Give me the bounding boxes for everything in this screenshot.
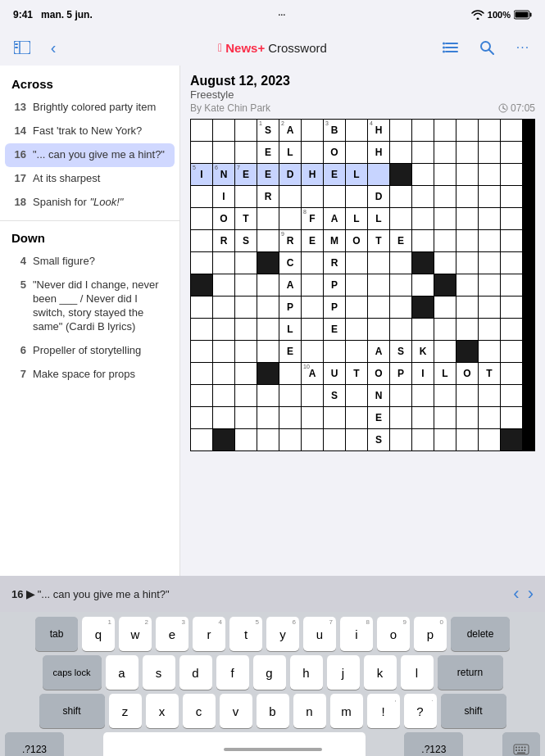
cell[interactable]	[412, 407, 434, 428]
cell[interactable]	[501, 274, 522, 296]
cell[interactable]	[302, 274, 323, 296]
cell[interactable]: P	[390, 363, 411, 384]
cell[interactable]	[456, 297, 478, 318]
cell[interactable]	[479, 319, 500, 340]
cell[interactable]	[479, 407, 500, 428]
cell[interactable]	[346, 252, 367, 274]
next-clue-button[interactable]: ›	[528, 583, 534, 604]
cell[interactable]	[412, 297, 434, 318]
cell[interactable]	[479, 341, 500, 362]
z-key[interactable]: z	[109, 694, 142, 728]
cell[interactable]	[279, 363, 301, 384]
cell[interactable]	[390, 297, 411, 318]
cell[interactable]	[213, 252, 234, 274]
cell[interactable]	[346, 319, 367, 340]
cell[interactable]	[368, 252, 389, 274]
cell[interactable]	[390, 142, 411, 163]
space-key[interactable]	[103, 732, 366, 756]
cell[interactable]	[235, 363, 257, 384]
cell[interactable]	[346, 186, 367, 207]
cell[interactable]	[434, 274, 456, 296]
d-key[interactable]: d	[179, 655, 212, 690]
cell[interactable]	[434, 230, 456, 251]
capslock-key[interactable]: caps lock	[43, 655, 102, 690]
cell[interactable]	[213, 429, 234, 450]
cell[interactable]	[456, 208, 478, 229]
cell[interactable]	[368, 319, 389, 340]
a-key[interactable]: a	[106, 655, 139, 690]
cell[interactable]	[456, 429, 478, 450]
cell[interactable]	[412, 319, 434, 340]
cell[interactable]: A	[324, 208, 345, 229]
c-key[interactable]: c	[183, 694, 216, 728]
cell[interactable]	[191, 142, 212, 163]
prev-clue-button[interactable]: ‹	[513, 583, 519, 604]
cell[interactable]	[456, 230, 478, 251]
cell[interactable]	[324, 341, 345, 362]
clue-down-5[interactable]: 5 "Never did I change, never been ___ / …	[0, 274, 179, 339]
crossword-grid[interactable]: 1S2A3B4HELOH5I6N7EEDHELIRDOT8FALLRS9REMO…	[190, 119, 535, 451]
cell[interactable]: E	[390, 230, 411, 251]
cell[interactable]	[434, 186, 456, 207]
cell[interactable]	[191, 186, 212, 207]
cell[interactable]	[501, 230, 522, 251]
r-key[interactable]: 4r	[193, 617, 225, 651]
h-key[interactable]: h	[290, 655, 323, 690]
cell[interactable]: T	[368, 230, 389, 251]
cell[interactable]: R	[213, 230, 234, 251]
cell[interactable]: P	[279, 297, 301, 318]
cell[interactable]: O	[368, 363, 389, 384]
cell[interactable]	[257, 230, 279, 251]
cell[interactable]: O	[324, 142, 345, 163]
exclaim-key[interactable]: ,!	[367, 694, 400, 728]
m-key[interactable]: m	[330, 694, 363, 728]
cell[interactable]	[390, 120, 411, 141]
cell[interactable]	[191, 319, 212, 340]
cell[interactable]	[191, 385, 212, 406]
cell[interactable]	[434, 120, 456, 141]
cell[interactable]	[191, 120, 212, 141]
cell[interactable]: T	[479, 363, 500, 384]
cell[interactable]: I	[213, 186, 234, 207]
cell[interactable]	[302, 252, 323, 274]
l-key[interactable]: l	[401, 655, 434, 690]
cell[interactable]	[479, 208, 500, 229]
cell[interactable]: U	[324, 363, 345, 384]
cell[interactable]	[257, 363, 279, 384]
cell[interactable]	[434, 252, 456, 274]
cell[interactable]	[346, 429, 367, 450]
cell[interactable]	[456, 341, 478, 362]
cell[interactable]	[368, 164, 389, 185]
cell[interactable]	[501, 164, 522, 185]
list-button[interactable]	[438, 35, 463, 60]
cell[interactable]	[257, 274, 279, 296]
delete-key[interactable]: delete	[451, 617, 510, 651]
cell[interactable]	[213, 297, 234, 318]
cell[interactable]: O	[213, 208, 234, 229]
cell[interactable]	[390, 274, 411, 296]
cell[interactable]: E	[257, 164, 279, 185]
cell[interactable]	[235, 186, 257, 207]
cell[interactable]	[412, 274, 434, 296]
cell[interactable]	[213, 385, 234, 406]
cell[interactable]	[235, 120, 257, 141]
search-button[interactable]	[475, 35, 499, 60]
cell[interactable]: D	[279, 164, 301, 185]
cell[interactable]: R	[324, 252, 345, 274]
cell[interactable]: L	[279, 142, 301, 163]
cell[interactable]	[479, 385, 500, 406]
cell[interactable]	[390, 208, 411, 229]
clue-down-7[interactable]: 7 Make space for props	[0, 363, 179, 387]
cell[interactable]: O	[456, 363, 478, 384]
cell[interactable]	[456, 385, 478, 406]
cell[interactable]	[191, 274, 212, 296]
cell[interactable]	[456, 274, 478, 296]
cell[interactable]	[346, 407, 367, 428]
clue-across-16[interactable]: 16 "... can you give me a hint?"	[5, 143, 175, 167]
cell[interactable]	[479, 230, 500, 251]
cell[interactable]: 8F	[302, 208, 323, 229]
clue-across-18[interactable]: 18 Spanish for "Look!"	[0, 191, 179, 215]
cell[interactable]	[257, 429, 279, 450]
p-key[interactable]: 0p	[414, 617, 447, 651]
cell[interactable]	[302, 407, 323, 428]
